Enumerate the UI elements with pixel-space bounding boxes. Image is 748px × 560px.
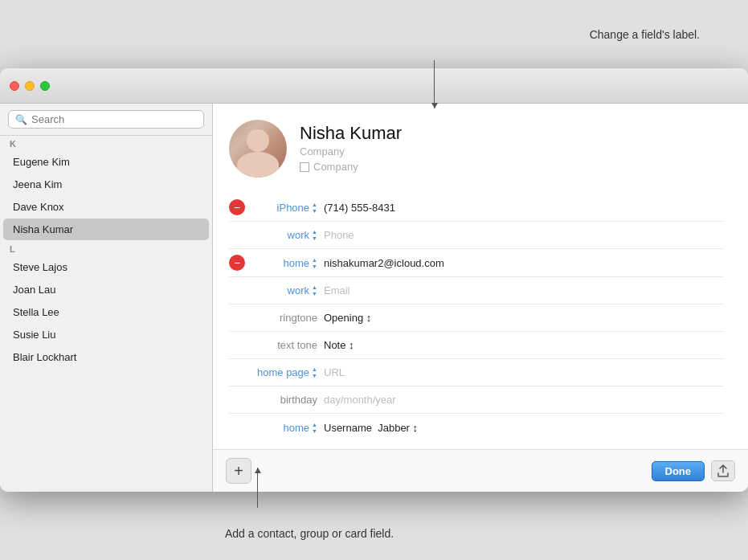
field-value-iphone: (714) 555-8431 (324, 202, 724, 214)
avatar (229, 120, 287, 178)
field-row-jabber: home ▲▼ Username Jabber ↕ (229, 414, 724, 441)
remove-button[interactable]: − (229, 255, 245, 271)
contact-item[interactable]: Dave Knox (3, 196, 209, 218)
annotation-top: Change a field's label. (590, 28, 700, 41)
stepper-icon: ▲▼ (312, 366, 317, 378)
field-value-jabber: Username Jabber ↕ (324, 422, 724, 434)
field-label-jabber[interactable]: home ▲▼ (251, 422, 324, 434)
contact-item[interactable]: Eugene Kim (3, 151, 209, 173)
field-row-home-email: − home ▲▼ nishakumar2@icloud.com (229, 249, 724, 277)
contact-item[interactable]: Steve Lajos (3, 256, 209, 278)
field-row-texttone: text tone Note ↕ (229, 332, 724, 359)
contact-header: Nisha Kumar Company Company (229, 120, 724, 178)
detail-footer: + Done (213, 449, 748, 492)
contact-item-selected[interactable]: Nisha Kumar (3, 219, 209, 240)
annotation-bottom: Add a contact, group or card field. (225, 527, 394, 540)
search-icon: 🔍 (15, 114, 27, 125)
field-value-work-phone: Phone (324, 229, 724, 241)
contacts-window: 🔍 K Eugene Kim Jeena Kim Dave Knox Nisha… (0, 68, 748, 492)
contact-item[interactable]: Joan Lau (3, 279, 209, 300)
field-value-ringtone[interactable]: Opening ↕ (324, 312, 724, 324)
contact-list: K Eugene Kim Jeena Kim Dave Knox Nisha K… (0, 136, 212, 492)
company-checkbox-label: Company (313, 161, 358, 173)
titlebar (0, 68, 748, 104)
section-header-k: K (0, 136, 212, 150)
field-row-homepage: home page ▲▼ URL (229, 359, 724, 386)
field-label-iphone[interactable]: iPhone ▲▼ (251, 202, 324, 214)
share-button[interactable] (711, 460, 735, 481)
company-checkbox-row: Company (300, 161, 402, 173)
field-rows: − iPhone ▲▼ (714) 555-8431 work (229, 194, 724, 441)
field-row-iphone: − iPhone ▲▼ (714) 555-8431 (229, 194, 724, 222)
field-label-birthday: birthday (251, 394, 324, 406)
field-label-home[interactable]: home ▲▼ (251, 257, 324, 269)
maximize-button[interactable] (40, 81, 50, 91)
contact-name: Nisha Kumar (300, 123, 402, 144)
field-value-birthday: day/month/year (324, 394, 724, 406)
detail-scroll: Nisha Kumar Company Company − (213, 104, 748, 449)
stepper-icon: ▲▼ (312, 202, 317, 214)
field-row-ringtone: ringtone Opening ↕ (229, 305, 724, 332)
field-value-homepage: URL (324, 366, 724, 378)
field-label-work[interactable]: work ▲▼ (251, 229, 324, 241)
contact-item[interactable]: Blair Lockhart (3, 346, 209, 368)
stepper-icon: ▲▼ (312, 284, 317, 296)
arrow-top-line (434, 60, 435, 108)
detail-panel: Nisha Kumar Company Company − (213, 104, 748, 492)
stepper-icon: ▲▼ (312, 422, 317, 434)
field-value-work-email: Email (324, 284, 724, 296)
company-label: Company (300, 145, 402, 157)
content-area: 🔍 K Eugene Kim Jeena Kim Dave Knox Nisha… (0, 104, 748, 492)
search-input[interactable] (31, 113, 197, 125)
share-icon (717, 464, 729, 477)
search-bar: 🔍 (0, 104, 212, 136)
field-value-texttone[interactable]: Note ↕ (324, 339, 724, 351)
add-field-button[interactable]: + (226, 458, 251, 484)
remove-button[interactable]: − (229, 199, 245, 215)
field-label-work-email[interactable]: work ▲▼ (251, 284, 324, 296)
contact-item[interactable]: Jeena Kim (3, 174, 209, 195)
section-header-l: L (0, 241, 212, 255)
field-row-work-phone: work ▲▼ Phone (229, 222, 724, 249)
sidebar: 🔍 K Eugene Kim Jeena Kim Dave Knox Nisha… (0, 104, 213, 492)
search-input-wrapper[interactable]: 🔍 (8, 110, 204, 129)
footer-right: Done (652, 460, 736, 481)
minimize-button[interactable] (25, 81, 35, 91)
company-checkbox[interactable] (300, 162, 309, 172)
traffic-lights (10, 81, 50, 91)
field-row-birthday: birthday day/month/year (229, 386, 724, 414)
stepper-icon: ▲▼ (312, 257, 317, 269)
field-row-work-email: work ▲▼ Email (229, 277, 724, 305)
field-label-texttone: text tone (251, 339, 324, 351)
field-label-homepage[interactable]: home page ▲▼ (251, 366, 324, 378)
field-label-ringtone: ringtone (251, 312, 324, 324)
field-value-home-email: nishakumar2@icloud.com (324, 257, 724, 269)
arrow-bottom-line (257, 468, 258, 508)
close-button[interactable] (10, 81, 19, 91)
done-button[interactable]: Done (652, 461, 705, 481)
contact-item[interactable]: Stella Lee (3, 301, 209, 323)
stepper-icon: ▲▼ (312, 229, 317, 241)
name-section: Nisha Kumar Company Company (300, 120, 402, 173)
contact-item[interactable]: Susie Liu (3, 324, 209, 345)
